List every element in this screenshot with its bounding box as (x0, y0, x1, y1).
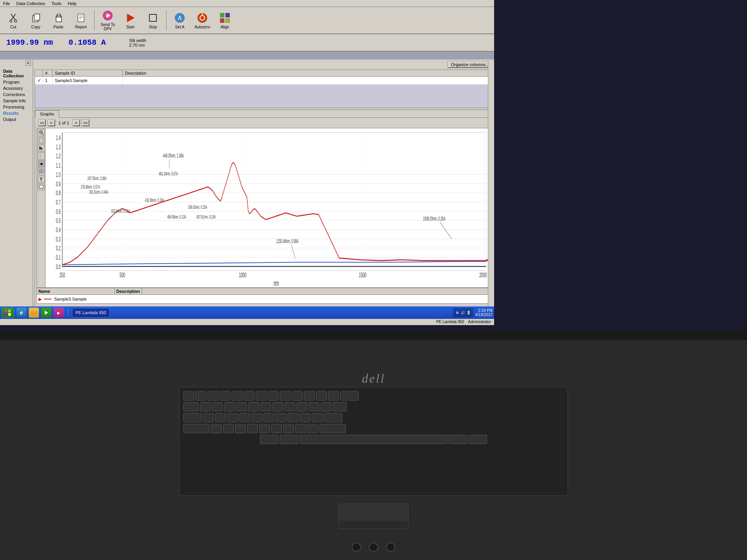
legend-arrow-icon: ▶ (39, 297, 42, 302)
report-button[interactable]: Report (71, 9, 91, 32)
svg-rect-102 (31, 311, 33, 313)
svg-text:2000: 2000 (479, 271, 487, 279)
absorbance-value: 0.1058 A (68, 38, 106, 47)
button-2[interactable] (369, 542, 378, 552)
menu-data-collection[interactable]: Data Collection (15, 1, 47, 6)
legend-header-row: Name Description (37, 288, 490, 295)
svg-marker-103 (45, 311, 48, 315)
autozero-button[interactable]: Autozero (192, 9, 212, 32)
screen-bezel (0, 331, 747, 340)
active-window-taskbar[interactable]: PE Lambda 950 (72, 308, 110, 317)
zoom-tool[interactable] (38, 129, 45, 136)
set-a-button[interactable]: Λ Set A (170, 9, 190, 32)
slit-width-value: 2.70 nm (129, 43, 146, 47)
svg-text:0.0: 0.0 (56, 263, 61, 270)
start-label: Start (126, 25, 134, 29)
svg-text:0.5: 0.5 (56, 217, 61, 224)
menu-help[interactable]: Help (66, 1, 78, 6)
menu-file[interactable]: File (2, 1, 12, 6)
legend-data-row: ▶ Sample3.Sample (37, 295, 490, 303)
system-tray: 🖥 🔊 🔋 (453, 308, 473, 317)
start-button-taskbar[interactable] (2, 308, 14, 318)
svg-text:287.55nm, 0.38A: 287.55nm, 0.38A (88, 176, 107, 181)
cut-button[interactable]: Cut (3, 9, 23, 32)
send-to-dpv-button[interactable]: Send To DPV (98, 9, 118, 32)
svg-text:1000: 1000 (239, 271, 246, 279)
svg-rect-25 (220, 19, 224, 23)
sidebar-item-data-collection[interactable]: Data Collection (2, 68, 31, 79)
svg-text:446.05nm, 1.36A: 446.05nm, 1.36A (163, 153, 184, 159)
sidebar-close-button[interactable]: ✕ (26, 60, 31, 66)
button-3[interactable] (386, 542, 395, 552)
status-display: 1999.99 nm 0.1058 A Slit width 2.70 nm (0, 34, 494, 52)
svg-rect-97 (5, 310, 7, 312)
legend-name-header: Name (37, 288, 115, 294)
power-button[interactable] (352, 542, 361, 552)
svg-text:0.3: 0.3 (56, 235, 61, 243)
media-player-button[interactable] (41, 308, 51, 318)
scroll-indicator[interactable] (488, 60, 494, 311)
send-to-dpv-label: Send To DPV (98, 23, 117, 31)
folder-button[interactable] (29, 308, 39, 318)
copy-button[interactable]: Copy (26, 9, 46, 32)
collapse-tool[interactable]: ◀ (38, 160, 45, 167)
ie-button[interactable]: e (16, 308, 26, 318)
legend-sample-name: Sample3.Sample (54, 297, 87, 301)
pan-tool[interactable]: ↕ (38, 152, 45, 159)
table-empty-area (35, 84, 492, 108)
svg-text:1500: 1500 (359, 271, 366, 279)
svg-line-28 (42, 133, 44, 135)
svg-text:↕: ↕ (39, 154, 41, 158)
menu-tools[interactable]: Tools (50, 1, 63, 6)
start-button[interactable]: Start (120, 9, 140, 32)
col-num-header: # (43, 70, 53, 76)
sidebar-item-accessory[interactable]: Accessory (2, 85, 31, 91)
sidebar-item-results[interactable]: Results (2, 110, 31, 116)
nav-first-button[interactable]: << (38, 119, 46, 126)
table-row[interactable]: ✓ 1 Sample3.Sample (35, 77, 492, 84)
sidebar-item-sample-info[interactable]: Sample Info (2, 98, 31, 104)
tray-icon-1: 🖥 (456, 311, 459, 315)
select-tool[interactable] (38, 137, 45, 144)
dpv-taskbar-button[interactable]: ▶ (54, 308, 64, 318)
paste-button[interactable]: Paste (48, 9, 68, 32)
text-tool[interactable]: T (38, 176, 45, 183)
graphs-tab[interactable]: Graphs (35, 110, 59, 118)
svg-text:nm: nm (274, 279, 279, 287)
svg-text:278.90nm, 0.57A: 278.90nm, 0.57A (81, 184, 100, 190)
sidebar-item-output[interactable]: Output (2, 116, 31, 122)
graphs-tab-bar: Graphs (35, 110, 492, 118)
svg-text:1.2: 1.2 (56, 152, 61, 160)
svg-text:500: 500 (119, 271, 125, 279)
svg-marker-32 (39, 146, 43, 150)
sidebar-item-program[interactable]: Program (2, 79, 31, 85)
sidebar-item-corrections[interactable]: Corrections (2, 91, 31, 98)
touchpad-left-btn[interactable] (339, 521, 374, 528)
align-button[interactable]: Align (215, 9, 235, 32)
legend-table: Name Description ▶ Sample3.Sample (37, 288, 491, 304)
col-sample-id-header: Sample ID (53, 70, 123, 76)
grid-tool[interactable] (38, 168, 45, 175)
annotate-tool[interactable] (38, 184, 45, 191)
application-window: File Data Collection Tools Help Cut (0, 0, 494, 319)
svg-text:1.4: 1.4 (56, 134, 61, 142)
organize-columns-button[interactable]: Organize columns... (447, 61, 493, 68)
touchpad-right-btn[interactable] (373, 521, 408, 528)
nav-last-button[interactable]: >> (82, 119, 89, 126)
start-icon (124, 12, 137, 24)
report-icon (75, 12, 87, 24)
svg-rect-98 (8, 310, 11, 312)
svg-text:Λ: Λ (178, 15, 182, 21)
svg-rect-9 (78, 14, 84, 22)
svg-text:0.1: 0.1 (56, 254, 61, 261)
cursor-tool[interactable] (38, 145, 45, 152)
svg-text:1.3: 1.3 (56, 144, 61, 151)
nav-next-button[interactable]: > (72, 119, 80, 126)
pe-lambda-status: PE Lambda 950 (436, 320, 464, 324)
sidebar-item-processing[interactable]: Processing (2, 104, 31, 110)
stop-button[interactable]: Stop (143, 9, 163, 32)
nav-prev-button[interactable]: < (47, 119, 55, 126)
svg-text:1150.46nm, 0.08A: 1150.46nm, 0.08A (276, 238, 299, 244)
paste-icon (52, 12, 65, 24)
spectrum-chart: 0.0 0.1 0.2 0.3 0.4 0.5 0.6 0.7 0.8 0.9 … (46, 128, 490, 287)
